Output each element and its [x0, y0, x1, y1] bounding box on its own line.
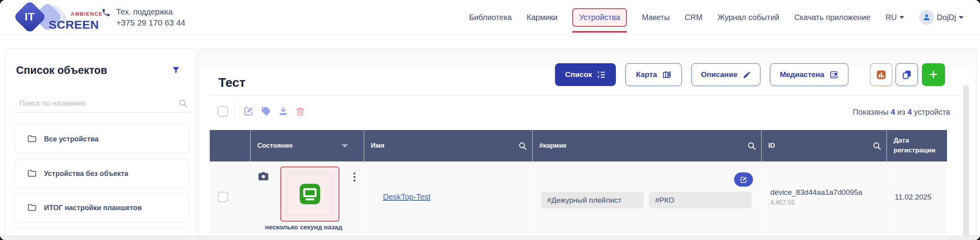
nav-karmiki[interactable]: Кармики — [527, 13, 558, 22]
map-view-button[interactable]: Карта — [625, 63, 682, 86]
media-wall-button[interactable]: Медиастена — [770, 63, 848, 86]
numbered-list-icon: 12 — [597, 70, 606, 79]
results-count-shown: 4 — [891, 108, 895, 116]
edit-icon — [740, 176, 747, 183]
device-status-preview[interactable] — [280, 167, 339, 222]
search-icon[interactable] — [747, 141, 757, 151]
bar-chart-icon — [876, 70, 887, 80]
last-seen-text: несколько секунд назад — [251, 224, 357, 231]
folder-icon — [27, 135, 37, 144]
page-title: Тест — [218, 75, 245, 90]
objects-sidebar: Список объектов Все устройства Устройств… — [5, 48, 196, 240]
table-header: Состояние Имя #кармик — [210, 130, 947, 161]
tag-chip: #Дежурный плейлист — [541, 192, 644, 209]
edit-icon[interactable] — [244, 106, 254, 116]
delete-icon[interactable] — [295, 106, 305, 116]
table-row: несколько секунд назад DeskTop-Test #Деж… — [210, 161, 947, 233]
section-divider — [210, 95, 973, 96]
chevron-down-icon — [959, 16, 964, 19]
row-id-cell: device_83d44aa1a7d0095a 4.407.55 — [762, 161, 887, 233]
row-status-cell: несколько секунд назад — [251, 161, 364, 233]
device-version: 4.407.55 — [770, 199, 887, 206]
results-count-suffix: устройств — [914, 108, 950, 116]
nav-download-app[interactable]: Скачать приложение — [794, 13, 870, 22]
header-select-column — [210, 130, 251, 161]
sort-down-icon[interactable] — [342, 144, 348, 148]
row-select-cell — [210, 161, 251, 233]
sidebar-item-label: ИТОГ настройки планшетов — [44, 204, 142, 212]
registration-date: 11.02.2025 — [895, 193, 932, 202]
results-count-prefix: Показаны — [853, 108, 888, 116]
column-label: Состояние — [257, 142, 293, 150]
pencil-icon — [743, 71, 751, 79]
nav-library[interactable]: Библиотека — [469, 13, 512, 22]
chevron-down-icon — [899, 16, 904, 19]
results-count-of: из — [897, 108, 905, 116]
map-icon — [662, 70, 671, 79]
filter-funnel-icon[interactable] — [172, 66, 180, 76]
tag-chip: #РКО — [649, 192, 752, 209]
column-label: Дата регистрации — [894, 136, 942, 155]
avatar — [919, 10, 934, 25]
tag-list: #Дежурный плейлист #РКО — [541, 192, 752, 209]
sidebar-item-devices-without-object[interactable]: Устройства без объекта — [15, 159, 189, 188]
description-button[interactable]: Описание — [691, 63, 760, 86]
search-icon[interactable] — [872, 141, 882, 151]
row-menu-icon[interactable] — [353, 172, 356, 182]
logo-it-text: IT — [25, 11, 35, 23]
nav-crm[interactable]: CRM — [685, 13, 703, 22]
nav-event-log[interactable]: Журнал событий — [718, 13, 779, 22]
search-icon[interactable] — [518, 141, 528, 151]
copy-button[interactable] — [896, 63, 918, 86]
header-karmik-column[interactable]: #кармик — [533, 130, 762, 161]
sidebar-header: Список объектов — [16, 64, 180, 77]
row-date-cell: 11.02.2025 — [887, 161, 947, 233]
sidebar-item-itog-tablets[interactable]: ИТОГ настройки планшетов — [15, 194, 189, 222]
language-value: RU — [885, 13, 897, 22]
nav-layouts[interactable]: Макеты — [642, 13, 670, 22]
nav-devices[interactable]: Устройства — [572, 8, 627, 27]
button-label: Описание — [701, 70, 737, 79]
camera-icon[interactable] — [258, 172, 268, 182]
app-window: IT SCREEN AMBIENCE Тех. поддержка +375 2… — [0, 0, 980, 240]
edit-tags-button[interactable] — [734, 172, 753, 187]
header-id-column[interactable]: ID — [762, 130, 887, 161]
sidebar-item-label: Устройства без объекта — [44, 170, 128, 178]
tag-icon[interactable] — [261, 106, 271, 116]
bottom-edge-strip — [0, 236, 980, 240]
support-phone: +375 29 170 63 44 — [116, 18, 185, 27]
row-checkbox[interactable] — [218, 192, 228, 202]
person-icon — [922, 13, 931, 22]
header-name-column[interactable]: Имя — [364, 130, 533, 161]
phone-icon — [101, 8, 111, 19]
results-count: Показаны 4 из 4 устройств — [853, 108, 950, 117]
sidebar-search — [15, 95, 191, 113]
logo-ambience-text: AMBIENCE — [71, 11, 103, 17]
language-selector[interactable]: RU — [885, 13, 904, 22]
header-status-column[interactable]: Состояние — [251, 130, 364, 161]
sidebar-item-all-devices[interactable]: Все устройства — [15, 125, 189, 154]
column-label: ID — [768, 142, 775, 150]
logo-diamond-front: IT — [13, 0, 47, 34]
vertical-scrollbar[interactable] — [963, 85, 969, 240]
list-view-button[interactable]: Список 12 — [555, 63, 616, 86]
screen-status-icon — [300, 184, 320, 204]
search-icon — [178, 98, 188, 110]
username: DojDj — [937, 13, 956, 22]
stats-button[interactable] — [870, 63, 892, 86]
sidebar-item-label: Все устройства — [44, 135, 99, 143]
media-wall-icon — [830, 70, 839, 79]
toolbar-divider — [234, 105, 235, 117]
search-input[interactable] — [15, 95, 191, 113]
view-buttons-row: Список 12 Карта Описание Медиастена — [555, 63, 945, 86]
add-device-button[interactable]: + — [922, 63, 945, 86]
app-header: IT SCREEN AMBIENCE Тех. поддержка +375 2… — [0, 0, 980, 35]
download-icon[interactable] — [278, 106, 288, 116]
row-name-cell: DeskTop-Test — [364, 161, 533, 233]
user-menu[interactable]: DojDj — [919, 10, 964, 25]
folder-icon — [27, 169, 37, 179]
devices-table: Состояние Имя #кармик — [210, 130, 947, 233]
select-all-checkbox[interactable] — [218, 106, 228, 117]
button-label: Список — [565, 70, 592, 79]
device-name-link[interactable]: DeskTop-Test — [383, 192, 430, 202]
